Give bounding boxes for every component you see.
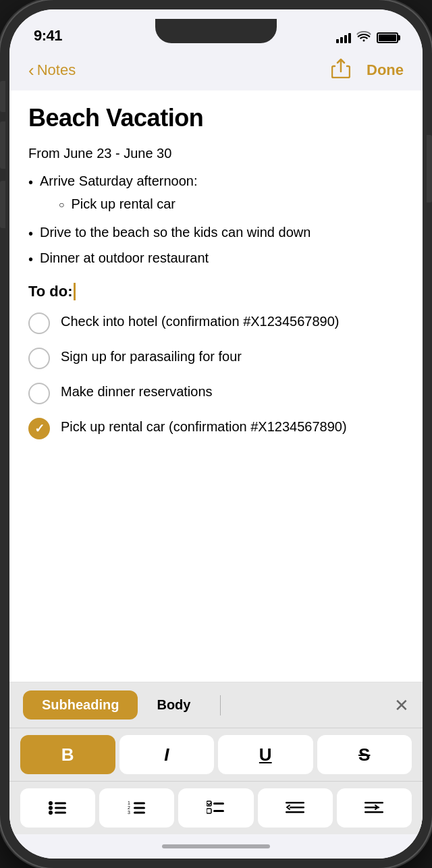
sub-list-item-text: Pick up rental car — [71, 194, 176, 214]
nav-actions: Done — [331, 58, 404, 83]
bullet-list-icon — [49, 801, 68, 815]
power-button[interactable] — [427, 135, 432, 202]
numbered-list-button[interactable]: 1 2 3 — [99, 788, 174, 828]
list-item-text: Arrive Saturday afternoon: — [40, 173, 197, 188]
indent-right-icon — [364, 801, 383, 815]
checklist-button[interactable] — [178, 788, 253, 828]
todo-item-3: Make dinner reservations — [28, 381, 404, 404]
notch — [155, 19, 277, 43]
toolbar-separator — [220, 695, 221, 715]
bullet-icon: • — [28, 172, 33, 192]
todo-checkbox-4[interactable]: ✓ — [28, 418, 50, 439]
svg-point-1 — [49, 806, 53, 810]
todo-text-2: Sign up for parasailing for four — [61, 346, 242, 367]
format-list-style-row: 1 2 3 — [9, 782, 423, 834]
bullet-icon: • — [28, 249, 33, 269]
format-style-row: Subheading Body ✕ — [9, 682, 423, 728]
todo-checkbox-2[interactable] — [28, 348, 50, 369]
underline-button[interactable]: U — [218, 735, 313, 774]
todo-text-1: Check into hotel (confirmation #X1234567… — [61, 311, 339, 331]
strikethrough-label: S — [358, 744, 370, 765]
status-icons — [336, 31, 398, 45]
indent-left-icon — [286, 801, 304, 815]
status-time: 9:41 — [34, 27, 62, 45]
formatting-toolbar: Subheading Body ✕ B I U S — [9, 682, 423, 834]
wifi-icon — [356, 31, 371, 45]
bullet-list-button[interactable] — [20, 788, 95, 828]
svg-text:1: 1 — [128, 801, 130, 805]
list-item: • Arrive Saturday afternoon: ○ Pick up r… — [28, 171, 404, 218]
share-icon[interactable] — [331, 58, 350, 83]
italic-button[interactable]: I — [119, 735, 215, 774]
note-title: Beach Vacation — [28, 104, 404, 132]
svg-text:3: 3 — [128, 810, 130, 815]
underline-label: U — [259, 744, 272, 765]
battery-icon — [377, 32, 398, 43]
sub-list-item: ○ Pick up rental car — [40, 194, 197, 214]
chevron-left-icon: ‹ — [28, 61, 34, 79]
bold-button[interactable]: B — [20, 735, 115, 774]
todo-item-4: ✓ Pick up rental car (confirmation #X123… — [28, 416, 404, 439]
todo-text-3: Make dinner reservations — [61, 381, 213, 402]
svg-rect-18 — [286, 811, 304, 813]
svg-point-2 — [49, 811, 53, 815]
italic-label: I — [164, 744, 169, 765]
indent-decrease-button[interactable] — [258, 788, 333, 828]
strikethrough-button[interactable]: S — [317, 735, 412, 774]
sub-list: ○ Pick up rental car — [40, 194, 197, 214]
sub-bullet-icon: ○ — [59, 198, 64, 212]
home-indicator — [9, 834, 423, 859]
volume-up-button[interactable] — [0, 121, 5, 169]
toolbar-close-button[interactable]: ✕ — [394, 697, 409, 714]
back-label: Notes — [37, 61, 76, 79]
text-cursor — [74, 283, 76, 300]
checkmark-icon: ✓ — [34, 421, 45, 436]
svg-rect-14 — [213, 803, 224, 805]
content-area[interactable]: Beach Vacation From June 23 - June 30 • … — [9, 90, 423, 682]
svg-rect-17 — [290, 807, 304, 809]
numbered-list-icon: 1 2 3 — [128, 801, 146, 815]
list-item: • Drive to the beach so the kids can win… — [28, 222, 404, 244]
phone-frame: 9:41 — [0, 0, 432, 868]
home-bar — [162, 844, 270, 848]
todo-checkbox-3[interactable] — [28, 383, 50, 404]
signal-icon — [336, 33, 351, 43]
list-item-text: Drive to the beach so the kids can wind … — [40, 222, 310, 242]
note-date: From June 23 - June 30 — [28, 146, 404, 161]
checklist-icon — [207, 801, 225, 815]
silent-switch[interactable] — [0, 81, 5, 112]
todo-item-2: Sign up for parasailing for four — [28, 346, 404, 369]
svg-rect-9 — [134, 803, 145, 805]
nav-bar: ‹ Notes Done — [9, 50, 423, 90]
bullet-icon: • — [28, 223, 33, 244]
phone-screen: 9:41 — [9, 9, 423, 859]
svg-rect-4 — [55, 807, 66, 809]
svg-rect-15 — [213, 810, 224, 812]
todo-item-1: Check into hotel (confirmation #X1234567… — [28, 311, 404, 334]
svg-rect-16 — [286, 802, 304, 804]
list-item-text: Dinner at outdoor restaurant — [40, 248, 209, 268]
svg-text:2: 2 — [128, 805, 130, 810]
svg-rect-10 — [134, 807, 145, 809]
svg-rect-3 — [55, 803, 66, 805]
back-button[interactable]: ‹ Notes — [28, 61, 76, 79]
todo-text-4: Pick up rental car (confirmation #X12345… — [61, 416, 347, 437]
svg-rect-21 — [364, 811, 383, 813]
svg-rect-11 — [134, 812, 145, 814]
svg-rect-13 — [207, 809, 211, 813]
todo-checkbox-1[interactable] — [28, 313, 50, 334]
svg-rect-19 — [364, 802, 383, 804]
done-button[interactable]: Done — [367, 61, 404, 79]
volume-down-button[interactable] — [0, 181, 5, 228]
format-text-style-row: B I U S — [9, 728, 423, 782]
svg-point-0 — [49, 801, 53, 805]
list-item: • Dinner at outdoor restaurant — [28, 248, 404, 269]
note-bullet-list: • Arrive Saturday afternoon: ○ Pick up r… — [28, 171, 404, 269]
bold-label: B — [61, 744, 74, 765]
todo-section: To do: Check into hotel (confirmation #X… — [28, 283, 404, 439]
todo-heading: To do: — [28, 283, 404, 300]
indent-increase-button[interactable] — [337, 788, 412, 828]
svg-rect-5 — [55, 812, 66, 814]
body-style-button[interactable]: Body — [138, 690, 209, 720]
subheading-style-button[interactable]: Subheading — [23, 690, 138, 720]
